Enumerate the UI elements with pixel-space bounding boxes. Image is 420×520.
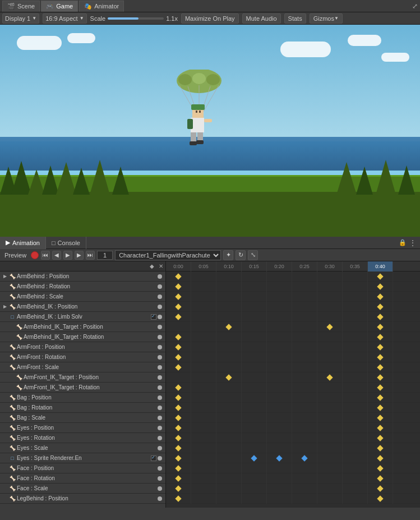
cell[interactable] (216, 433, 242, 443)
track-row[interactable]: 🦴 ArmBehind : Rotation (0, 282, 165, 292)
tick-1[interactable]: 0:05 (191, 261, 216, 271)
cell[interactable] (216, 352, 242, 362)
next-frame-btn[interactable]: ▶ (75, 251, 84, 260)
cell[interactable] (368, 322, 393, 332)
track-row[interactable]: 🦴 Eyes : Position (0, 423, 165, 433)
cell[interactable] (242, 322, 267, 332)
tab-game[interactable]: 🎮 Game (41, 1, 78, 12)
cell[interactable] (343, 433, 368, 443)
cell[interactable] (267, 403, 292, 413)
keyframe[interactable] (377, 303, 383, 310)
cell[interactable] (317, 352, 343, 362)
keyframe[interactable] (175, 465, 181, 471)
expand-icon[interactable] (1, 363, 9, 371)
cell[interactable] (242, 403, 267, 413)
cell[interactable] (368, 443, 393, 453)
expand-icon[interactable] (1, 485, 9, 493)
cell[interactable] (343, 403, 368, 413)
keyframe[interactable] (377, 445, 383, 451)
cell[interactable] (267, 332, 292, 342)
cell[interactable] (267, 473, 292, 484)
cell[interactable] (216, 484, 242, 494)
cell[interactable] (267, 484, 292, 494)
cell[interactable] (216, 372, 242, 383)
cell[interactable] (191, 342, 216, 352)
tab-animation[interactable]: ▶ Animation (0, 237, 46, 249)
cell[interactable] (317, 383, 343, 393)
cell[interactable] (267, 443, 292, 453)
cell[interactable] (343, 312, 368, 322)
cell[interactable] (317, 403, 343, 413)
cell[interactable] (216, 403, 242, 413)
keyframe[interactable] (377, 394, 383, 401)
cell[interactable] (368, 312, 393, 322)
keyframe[interactable] (175, 293, 181, 300)
keyframe[interactable] (377, 283, 383, 289)
track-row[interactable]: 🦴 LegBehind : Position (0, 494, 165, 504)
keyframe[interactable] (377, 404, 383, 411)
keyframe[interactable] (175, 415, 181, 421)
keyframe[interactable] (175, 425, 181, 431)
cell[interactable] (292, 453, 317, 463)
cell[interactable] (343, 282, 368, 292)
keyframe[interactable] (377, 293, 383, 300)
prev-frame-btn[interactable]: ◀ (52, 251, 61, 260)
cell[interactable] (166, 302, 191, 312)
cell[interactable] (267, 282, 292, 292)
maximize-on-play-btn[interactable]: Maximize On Play (181, 13, 239, 24)
cell[interactable] (166, 383, 191, 393)
cell[interactable] (368, 423, 393, 433)
gizmos-btn[interactable]: Gizmos ▼ (310, 13, 343, 24)
tick-3[interactable]: 0:15 (242, 261, 267, 271)
stats-btn[interactable]: Stats (284, 13, 306, 24)
cell[interactable] (292, 463, 317, 473)
cell[interactable] (216, 383, 242, 393)
tab-animator[interactable]: 🎭 Animator (79, 1, 124, 12)
keyframe[interactable] (175, 404, 181, 411)
cell[interactable] (242, 433, 267, 443)
keyframe[interactable] (377, 485, 383, 491)
expand-icon[interactable] (1, 454, 9, 462)
expand-icon[interactable] (8, 323, 16, 331)
cell[interactable] (191, 383, 216, 393)
cell[interactable] (343, 413, 368, 423)
cell[interactable] (317, 362, 343, 372)
cell[interactable] (242, 463, 267, 473)
cell[interactable] (292, 403, 317, 413)
cell[interactable] (166, 372, 191, 383)
cell[interactable] (368, 473, 393, 484)
cell[interactable] (317, 372, 343, 383)
cell[interactable] (368, 413, 393, 423)
goto-end-btn[interactable]: ⏭ (86, 251, 95, 260)
track-checkbox[interactable] (151, 314, 156, 320)
tick-8[interactable]: 0:40 (368, 261, 393, 271)
mute-audio-btn[interactable]: Mute Audio (242, 13, 281, 24)
cell[interactable] (292, 302, 317, 312)
keyframe[interactable] (377, 495, 383, 501)
keyframe[interactable] (377, 465, 383, 471)
cell[interactable] (166, 312, 191, 322)
expand-icon[interactable] (1, 404, 9, 412)
keyframe[interactable] (175, 314, 181, 320)
tick-2[interactable]: 0:10 (216, 261, 242, 271)
tick-5[interactable]: 0:25 (292, 261, 317, 271)
keyframe[interactable] (175, 354, 181, 360)
cell[interactable] (292, 271, 317, 282)
keyframe[interactable] (377, 384, 383, 390)
track-row[interactable]: 🦴 ArmFront : Position (0, 342, 165, 352)
cell[interactable] (191, 312, 216, 322)
cell[interactable] (166, 282, 191, 292)
cell[interactable] (166, 443, 191, 453)
cell[interactable] (242, 342, 267, 352)
cell[interactable] (191, 453, 216, 463)
cell[interactable] (191, 393, 216, 403)
keyframe[interactable] (225, 324, 232, 330)
cell[interactable] (343, 393, 368, 403)
cell[interactable] (343, 463, 368, 473)
cell[interactable] (216, 463, 242, 473)
keyframe[interactable] (175, 384, 181, 390)
track-row[interactable]: 🦴 ArmFront_IK_Target : Rotation (0, 383, 165, 393)
cell[interactable] (343, 453, 368, 463)
cell[interactable] (292, 473, 317, 484)
cell[interactable] (242, 413, 267, 423)
